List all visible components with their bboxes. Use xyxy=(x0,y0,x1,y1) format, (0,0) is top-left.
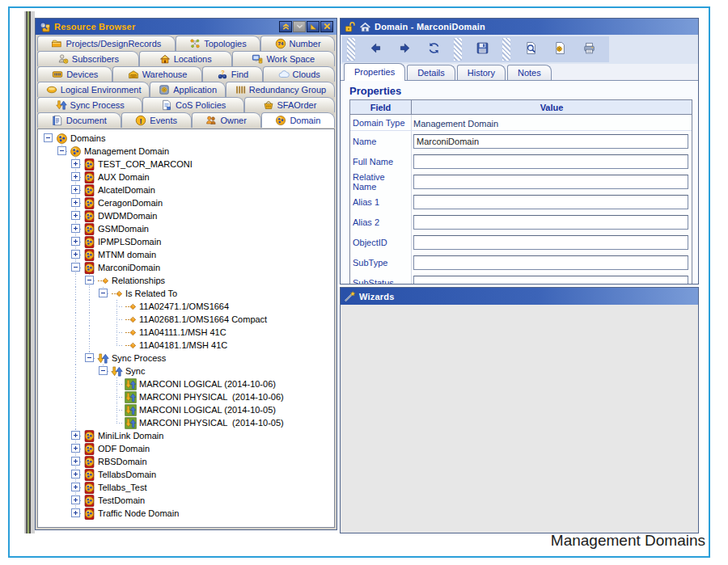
tree-node-dwdmdomain[interactable]: DWDMDomain xyxy=(41,209,334,222)
tree-node-label[interactable]: GSMDomain xyxy=(95,224,149,234)
tree-node-marconidomain[interactable]: MarconiDomain xyxy=(41,261,334,274)
expand-box[interactable] xyxy=(71,159,80,168)
tree-node-label[interactable]: RBSDomain xyxy=(95,457,147,466)
name-input[interactable] xyxy=(413,134,688,149)
tree-node-label[interactable]: Domains xyxy=(68,133,105,143)
full-name-input[interactable] xyxy=(413,154,688,169)
tree-node-label[interactable]: MARCONI PHYSICAL (2014-10-05) xyxy=(137,418,284,428)
tab-sfaorder[interactable]: SFAOrder xyxy=(244,97,335,112)
tree-node-label[interactable]: Tellabs_Test xyxy=(95,483,147,492)
collapse-box[interactable] xyxy=(71,263,80,272)
alias-2-input[interactable] xyxy=(413,215,688,230)
tree-node-marconi-physical-2014-10-05-[interactable]: MARCONI PHYSICAL (2014-10-05) xyxy=(41,416,334,429)
tree-node-label[interactable]: MARCONI PHYSICAL (2014-10-06) xyxy=(137,392,284,402)
tree-node-rbsdomain[interactable]: RBSDomain xyxy=(41,455,334,468)
collapse-box[interactable] xyxy=(57,146,66,155)
expand-box[interactable] xyxy=(71,495,80,504)
collapse-box[interactable] xyxy=(44,133,53,142)
expand-box[interactable] xyxy=(71,483,80,491)
tree-node-tellabsdomain[interactable]: TellabsDomain xyxy=(41,468,334,481)
tree-node-marconi-logical-2014-10-06-[interactable]: MARCONI LOGICAL (2014-10-06) xyxy=(41,377,334,390)
tree-node-label[interactable]: TellabsDomain xyxy=(95,470,156,479)
tree-node-minilink-domain[interactable]: MiniLink Domain xyxy=(41,429,334,442)
tab-subscribers[interactable]: Subscribers xyxy=(37,51,139,66)
tree-node-testdomain[interactable]: TestDomain xyxy=(41,494,334,507)
tree-node-marconi-physical-2014-10-06-[interactable]: MARCONI PHYSICAL (2014-10-06) xyxy=(41,390,334,403)
tree-node-label[interactable]: Traffic Node Domain xyxy=(95,508,179,518)
tree-node-label[interactable]: MiniLink Domain xyxy=(95,431,163,441)
tree-node-label[interactable]: MARCONI LOGICAL (2014-10-06) xyxy=(137,379,276,389)
tab-sync-process[interactable]: Sync Process xyxy=(37,97,142,112)
tree-node-label[interactable]: AUX Domain xyxy=(95,172,150,182)
undock-button[interactable] xyxy=(307,21,320,32)
tab-details[interactable]: Details xyxy=(407,65,455,80)
tree-node-tellabs-test[interactable]: Tellabs_Test xyxy=(41,481,334,494)
tree-node-relationships[interactable]: Relationships xyxy=(41,274,334,287)
tab-find[interactable]: ?Find xyxy=(202,66,264,82)
expand-box[interactable] xyxy=(71,250,80,259)
expand-box[interactable] xyxy=(71,172,80,181)
print-button[interactable] xyxy=(577,39,601,60)
tree-node-ceragondomain[interactable]: CeragonDomain xyxy=(41,196,334,209)
tab-topologies[interactable]: Topologies xyxy=(176,36,260,51)
refresh-button[interactable] xyxy=(421,39,446,60)
tab-number[interactable]: 74Number xyxy=(260,36,335,51)
tree-node-label[interactable]: 11A04111.1/MSH 41C xyxy=(137,327,226,337)
tab-owner[interactable]: Owner xyxy=(192,112,261,128)
tree-node-label[interactable]: Sync xyxy=(123,366,145,376)
tree-node-label[interactable]: 11A02471.1/OMS1664 xyxy=(137,301,229,311)
expand-box[interactable] xyxy=(71,224,80,233)
tab-history[interactable]: History xyxy=(457,65,506,80)
domain-tree-container[interactable]: DomainsManagement DomainTEST_COR_MARCONI… xyxy=(37,129,335,528)
tree-node-label[interactable]: Relationships xyxy=(109,276,165,285)
expand-box[interactable] xyxy=(71,198,80,207)
tab-application[interactable]: Application xyxy=(150,82,226,97)
tree-node-label[interactable]: MarconiDomain xyxy=(95,263,160,272)
tab-document[interactable]: Document xyxy=(37,112,121,128)
tree-node-is-related-to[interactable]: Is Related To xyxy=(41,287,334,300)
tree-node-11a04111-1-msh-41c[interactable]: 11A04111.1/MSH 41C xyxy=(41,326,334,339)
tree-node-sync[interactable]: Sync xyxy=(41,365,334,377)
tree-node-ipmplsdomain[interactable]: IPMPLSDomain xyxy=(41,235,334,248)
tree-node-label[interactable]: TEST_COR_MARCONI xyxy=(95,159,193,169)
objectid-input[interactable] xyxy=(413,235,688,250)
collapse-box[interactable] xyxy=(85,276,94,285)
expand-box[interactable] xyxy=(71,457,80,466)
tab-domain[interactable]: Domain xyxy=(261,112,335,128)
tree-node-marconi-logical-2014-10-05-[interactable]: MARCONI LOGICAL (2014-10-05) xyxy=(41,403,334,416)
tree-node-traffic-node-domain[interactable]: Traffic Node Domain xyxy=(41,507,334,520)
collapse-box[interactable] xyxy=(85,353,94,362)
tree-node-11a04181-1-msh-41c[interactable]: 11A04181.1/MSH 41C xyxy=(41,339,334,352)
tab-cos-policies[interactable]: CoS Policies xyxy=(142,97,244,112)
tab-projects-designrecords[interactable]: Projects/DesignRecords xyxy=(37,36,176,51)
tree-node-label[interactable]: Sync Process xyxy=(109,353,166,363)
tab-properties[interactable]: Properties xyxy=(344,63,405,80)
tree-node-label[interactable]: Is Related To xyxy=(123,289,177,298)
expand-box[interactable] xyxy=(71,508,80,517)
tree-node-label[interactable]: 11A04181.1/MSH 41C xyxy=(137,340,227,350)
tree-node-test-cor-marconi[interactable]: TEST_COR_MARCONI xyxy=(41,158,334,171)
tree-node-label[interactable]: MARCONI LOGICAL (2014-10-05) xyxy=(137,405,276,415)
tree-node-label[interactable]: DWDMDomain xyxy=(95,211,157,221)
tree-node-11a02471-1-oms1664[interactable]: 11A02471.1/OMS1664 xyxy=(41,300,334,313)
tree-node-aux-domain[interactable]: AUX Domain xyxy=(41,171,334,183)
tree-node-label[interactable]: MTNM domain xyxy=(95,250,156,259)
close-button[interactable] xyxy=(320,21,333,32)
tree-node-domains[interactable]: Domains xyxy=(41,132,334,145)
tab-devices[interactable]: Devices xyxy=(37,66,112,82)
expand-box[interactable] xyxy=(71,237,80,246)
forward-button[interactable] xyxy=(392,39,417,60)
tab-notes[interactable]: Notes xyxy=(507,65,552,80)
tree-node-odf-domain[interactable]: ODF Domain xyxy=(41,442,334,455)
report-button[interactable] xyxy=(548,39,572,60)
tab-clouds[interactable]: Clouds xyxy=(263,66,335,82)
tree-node-label[interactable]: ODF Domain xyxy=(95,444,150,453)
tree-node-label[interactable]: IPMPLSDomain xyxy=(95,237,161,247)
expand-box[interactable] xyxy=(71,185,80,194)
tree-node-label[interactable]: TestDomain xyxy=(95,495,145,505)
collapse-box[interactable] xyxy=(99,289,108,297)
tree-node-label[interactable]: AlcatelDomain xyxy=(95,185,155,195)
substatus-input[interactable] xyxy=(413,276,688,284)
tab-logical-environment[interactable]: Logical Environment xyxy=(37,82,150,97)
tree-node-label[interactable]: 11A02681.1/OMS1664 Compact xyxy=(137,314,267,324)
